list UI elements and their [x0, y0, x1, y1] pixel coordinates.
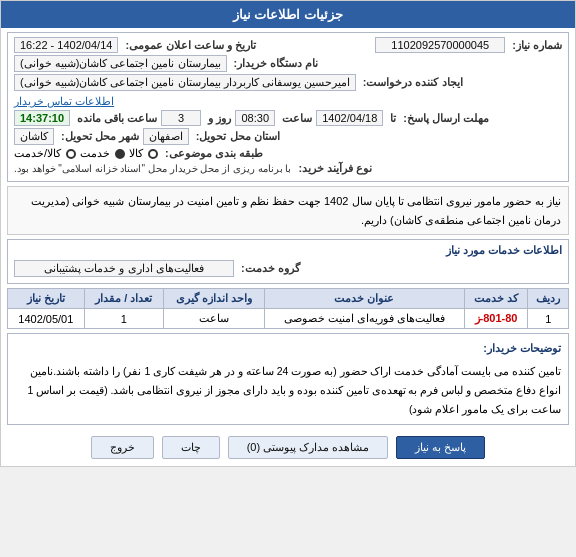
notice-number-label: شماره نیاز:	[512, 39, 562, 52]
origin-city-value: اصفهان	[143, 128, 189, 145]
row-cities: استان محل تحویل: اصفهان شهر محل تحویل: ک…	[14, 128, 562, 145]
radio-kala-icon	[148, 149, 158, 159]
group-value: فعالیت‌های اداری و خدمات پشتیبانی	[14, 260, 234, 277]
creator-label: ایجاد کننده درخواست:	[363, 76, 463, 89]
col-code: کد خدمت	[464, 289, 528, 309]
date-value: 1402/04/14 - 16:22	[14, 37, 118, 53]
origin-city-label: استان محل تحویل:	[196, 130, 280, 143]
services-table: ردیف کد خدمت عنوان خدمت واحد اندازه گیری…	[7, 288, 569, 329]
deadline-time-label: ساعت	[282, 112, 312, 125]
radio-khadamat-label: خدمت	[80, 147, 110, 160]
deadline-remaining-label: ساعت باقی مانده	[77, 112, 157, 125]
exit-button[interactable]: خروج	[91, 436, 154, 459]
contact-link[interactable]: اطلاعات تماس خریدار	[14, 95, 114, 108]
deadline-days-label: روز و	[208, 112, 231, 125]
page-title: جزئیات اطلاعات نیاز	[233, 7, 343, 22]
contract-type-label: نوع فرآیند خرید:	[298, 162, 372, 175]
deadline-time-value: 08:30	[235, 110, 275, 126]
radio-khadamat[interactable]: خدمت	[80, 147, 125, 160]
col-date: تاریخ نیاز	[8, 289, 85, 309]
col-title: عنوان خدمت	[264, 289, 464, 309]
view-docs-button[interactable]: مشاهده مدارک پیوستی (0)	[228, 436, 389, 459]
need-description-text: نیاز به حضور مامور نیروی انتظامی تا پایا…	[31, 195, 561, 226]
table-row: 1801-80-زفعالیت‌های فوریه‌ای امنیت خصوصی…	[8, 309, 569, 329]
reply-button[interactable]: پاسخ به نیاز	[396, 436, 485, 459]
description-box: توضیحات خریدار: تامین کننده می بایست آما…	[7, 333, 569, 424]
need-description-box: نیاز به حضور مامور نیروی انتظامی تا پایا…	[7, 186, 569, 235]
page-header: جزئیات اطلاعات نیاز	[1, 1, 575, 28]
col-quantity: تعداد / مقدار	[84, 289, 163, 309]
date-label: تاریخ و ساعت اعلان عمومی:	[125, 39, 256, 52]
creator-value: امیرحسین یوسفانی کاربردار بیمارستان نامی…	[14, 74, 356, 91]
dest-city-label: شهر محل تحویل:	[61, 130, 139, 143]
radio-khadamat-icon	[115, 149, 125, 159]
col-index: ردیف	[528, 289, 569, 309]
group-label: گروه خدمت:	[241, 262, 300, 275]
col-unit: واحد اندازه گیری	[163, 289, 264, 309]
dest-city-value: کاشان	[14, 128, 54, 145]
row-deadline: مهلت ارسال پاسخ: تا 1402/04/18 ساعت 08:3…	[14, 110, 562, 126]
radio-kala-label: کالا	[129, 147, 143, 160]
row-item-type: طبقه بندی موضوعی: کالا خدمت کالا/خدمت	[14, 147, 562, 160]
buyer-name-label: نام دستگاه خریدار:	[234, 57, 319, 70]
description-title: توضیحات خریدار:	[15, 339, 561, 359]
description-text: تامین کننده می بایست آمادگی خدمت اراک حض…	[15, 362, 561, 419]
services-section: اطلاعات خدمات مورد نیاز گروه خدمت: فعالی…	[7, 239, 569, 284]
row-contract: نوع فرآیند خرید: با برنامه ریزی از محل خ…	[14, 162, 562, 175]
row-notice: شماره نیاز: 1102092570000045 تاریخ و ساع…	[14, 37, 562, 53]
row-creator: ایجاد کننده درخواست: امیرحسین یوسفانی کا…	[14, 74, 562, 108]
radio-both-label: کالا/خدمت	[14, 147, 61, 160]
buyer-name-value: بیمارستان نامین اجتماعی کاشان(شبیه خوانی…	[14, 55, 227, 72]
deadline-date-value: 1402/04/18	[316, 110, 383, 126]
group-row: گروه خدمت: فعالیت‌های اداری و خدمات پشتی…	[14, 260, 562, 277]
radio-both[interactable]: کالا/خدمت	[14, 147, 76, 160]
deadline-days-value: 3	[161, 110, 201, 126]
deadline-remaining-value: 14:37:10	[14, 110, 70, 126]
services-table-section: ردیف کد خدمت عنوان خدمت واحد اندازه گیری…	[7, 288, 569, 329]
main-container: جزئیات اطلاعات نیاز شماره نیاز: 11020925…	[0, 0, 576, 467]
services-section-title: اطلاعات خدمات مورد نیاز	[14, 244, 562, 257]
top-info-section: شماره نیاز: 1102092570000045 تاریخ و ساع…	[7, 32, 569, 182]
contract-type-value: با برنامه ریزی از محل خریدار محل "اسناد …	[14, 163, 291, 174]
item-type-label: طبقه بندی موضوعی:	[165, 147, 263, 160]
button-row: پاسخ به نیاز مشاهده مدارک پیوستی (0) چات…	[1, 429, 575, 466]
chat-button[interactable]: چات	[162, 436, 220, 459]
deadline-date-label: تا	[390, 112, 396, 125]
row-buyer: نام دستگاه خریدار: بیمارستان نامین اجتما…	[14, 55, 562, 72]
radio-kala[interactable]: کالا	[129, 147, 158, 160]
notice-number-value: 1102092570000045	[375, 37, 505, 53]
deadline-label: مهلت ارسال پاسخ:	[403, 112, 489, 125]
radio-both-icon	[66, 149, 76, 159]
